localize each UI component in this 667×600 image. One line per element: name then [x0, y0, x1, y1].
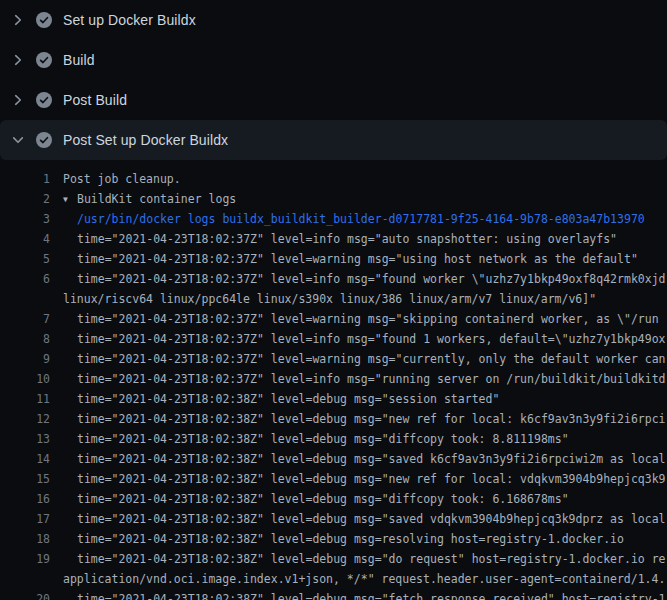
- log-line-number[interactable]: 7: [0, 309, 50, 329]
- log-line-text: time="2021-04-23T18:02:38Z" level=debug …: [63, 509, 666, 529]
- log-line: 15time="2021-04-23T18:02:38Z" level=debu…: [0, 469, 667, 489]
- log-line: 1Post job cleanup.: [0, 169, 667, 189]
- chevron-down-icon[interactable]: [10, 132, 26, 148]
- log-line-text: linux/riscv64 linux/ppc64le linux/s390x …: [63, 289, 596, 309]
- chevron-right-icon[interactable]: [10, 52, 26, 68]
- log-line: 9time="2021-04-23T18:02:37Z" level=warni…: [0, 349, 667, 369]
- log-line-text: time="2021-04-23T18:02:38Z" level=debug …: [63, 469, 666, 489]
- log-line-number[interactable]: 10: [0, 369, 50, 389]
- check-circle-icon: [36, 52, 52, 68]
- log-line-text: time="2021-04-23T18:02:37Z" level=info m…: [63, 329, 666, 349]
- log-line: linux/riscv64 linux/ppc64le linux/s390x …: [0, 289, 667, 309]
- log-line-number[interactable]: 5: [0, 249, 50, 269]
- log-line-text: time="2021-04-23T18:02:38Z" level=debug …: [63, 449, 666, 469]
- step-row-post-set-up-docker-buildx[interactable]: Post Set up Docker Buildx: [0, 120, 667, 160]
- log-line-text: time="2021-04-23T18:02:37Z" level=warnin…: [63, 309, 659, 329]
- log-line-number[interactable]: 9: [0, 349, 50, 369]
- log-line-text: time="2021-04-23T18:02:38Z" level=debug …: [63, 549, 666, 569]
- step-label: Build: [63, 52, 95, 68]
- log-line: 6time="2021-04-23T18:02:37Z" level=info …: [0, 269, 667, 289]
- log-line-text: application/vnd.oci.image.index.v1+json,…: [63, 569, 665, 589]
- log-line-number[interactable]: 3: [0, 209, 50, 229]
- group-expanded-triangle-icon[interactable]: ▼: [63, 190, 77, 210]
- check-circle-icon: [36, 12, 52, 28]
- log-line-number[interactable]: 17: [0, 509, 50, 529]
- log-line-text: Post job cleanup.: [63, 169, 181, 189]
- log-line-text: time="2021-04-23T18:02:38Z" level=debug …: [63, 409, 666, 429]
- chevron-right-icon[interactable]: [10, 92, 26, 108]
- steps-list: Set up Docker BuildxBuildPost BuildPost …: [0, 0, 667, 160]
- log-line: 19time="2021-04-23T18:02:38Z" level=debu…: [0, 549, 667, 569]
- log-line: 17time="2021-04-23T18:02:38Z" level=debu…: [0, 509, 667, 529]
- log-line: 7time="2021-04-23T18:02:37Z" level=warni…: [0, 309, 667, 329]
- log-line-text: time="2021-04-23T18:02:38Z" level=debug …: [63, 489, 569, 509]
- log-command-text: /usr/bin/docker logs buildx_buildkit_bui…: [63, 209, 645, 229]
- step-row-set-up-docker-buildx[interactable]: Set up Docker Buildx: [0, 0, 667, 40]
- log-group-label: BuildKit container logs: [77, 192, 236, 206]
- log-line-number[interactable]: 16: [0, 489, 50, 509]
- log-line-number[interactable]: 4: [0, 229, 50, 249]
- step-label: Set up Docker Buildx: [63, 12, 196, 28]
- log-line-number[interactable]: 8: [0, 329, 50, 349]
- check-circle-icon: [36, 92, 52, 108]
- step-row-post-build[interactable]: Post Build: [0, 80, 667, 120]
- log-line-text: time="2021-04-23T18:02:37Z" level=info m…: [63, 229, 617, 249]
- log-line: 20time="2021-04-23T18:02:38Z" level=debu…: [0, 589, 667, 600]
- step-row-build[interactable]: Build: [0, 40, 667, 80]
- log-line: 2▼BuildKit container logs: [0, 189, 667, 209]
- check-circle-icon: [36, 132, 52, 148]
- log-line-text: time="2021-04-23T18:02:38Z" level=debug …: [63, 529, 624, 549]
- log-line-text: time="2021-04-23T18:02:37Z" level=info m…: [63, 269, 666, 289]
- log-line-number[interactable]: 19: [0, 549, 50, 569]
- log-line: 16time="2021-04-23T18:02:38Z" level=debu…: [0, 489, 667, 509]
- log-line-number[interactable]: 12: [0, 409, 50, 429]
- log-line-number[interactable]: 13: [0, 429, 50, 449]
- chevron-right-icon[interactable]: [10, 12, 26, 28]
- log-line: 11time="2021-04-23T18:02:38Z" level=debu…: [0, 389, 667, 409]
- step-label: Post Set up Docker Buildx: [63, 132, 228, 148]
- log-line-number[interactable]: 6: [0, 269, 50, 289]
- log-line: 8time="2021-04-23T18:02:37Z" level=info …: [0, 329, 667, 349]
- log-line: application/vnd.oci.image.index.v1+json,…: [0, 569, 667, 589]
- log-line: 10time="2021-04-23T18:02:37Z" level=info…: [0, 369, 667, 389]
- log-line: 5time="2021-04-23T18:02:37Z" level=warni…: [0, 249, 667, 269]
- log-line-text: time="2021-04-23T18:02:38Z" level=debug …: [63, 589, 666, 600]
- log-line: 18time="2021-04-23T18:02:38Z" level=debu…: [0, 529, 667, 549]
- log-line-number[interactable]: 2: [0, 189, 50, 209]
- log-group-toggle[interactable]: ▼BuildKit container logs: [63, 189, 236, 210]
- actions-log-viewer: Set up Docker BuildxBuildPost BuildPost …: [0, 0, 667, 600]
- log-line: 12time="2021-04-23T18:02:38Z" level=debu…: [0, 409, 667, 429]
- log-line-text: time="2021-04-23T18:02:37Z" level=warnin…: [63, 249, 638, 269]
- log-line-text: time="2021-04-23T18:02:37Z" level=info m…: [63, 369, 666, 389]
- log-line: 14time="2021-04-23T18:02:38Z" level=debu…: [0, 449, 667, 469]
- log-line-number[interactable]: 1: [0, 169, 50, 189]
- log-line-number[interactable]: 14: [0, 449, 50, 469]
- log-line-number[interactable]: 11: [0, 389, 50, 409]
- log-line-text: time="2021-04-23T18:02:38Z" level=debug …: [63, 429, 569, 449]
- log-line-text: time="2021-04-23T18:02:37Z" level=warnin…: [63, 349, 666, 369]
- log-line-number[interactable]: 18: [0, 529, 50, 549]
- log-area: 1Post job cleanup.2▼BuildKit container l…: [0, 160, 667, 600]
- log-line: 13time="2021-04-23T18:02:38Z" level=debu…: [0, 429, 667, 449]
- step-label: Post Build: [63, 92, 127, 108]
- log-line: 3/usr/bin/docker logs buildx_buildkit_bu…: [0, 209, 667, 229]
- log-line-text: time="2021-04-23T18:02:38Z" level=debug …: [63, 389, 499, 409]
- log-line: 4time="2021-04-23T18:02:37Z" level=info …: [0, 229, 667, 249]
- log-line-number[interactable]: 20: [0, 589, 50, 600]
- log-line-number[interactable]: 15: [0, 469, 50, 489]
